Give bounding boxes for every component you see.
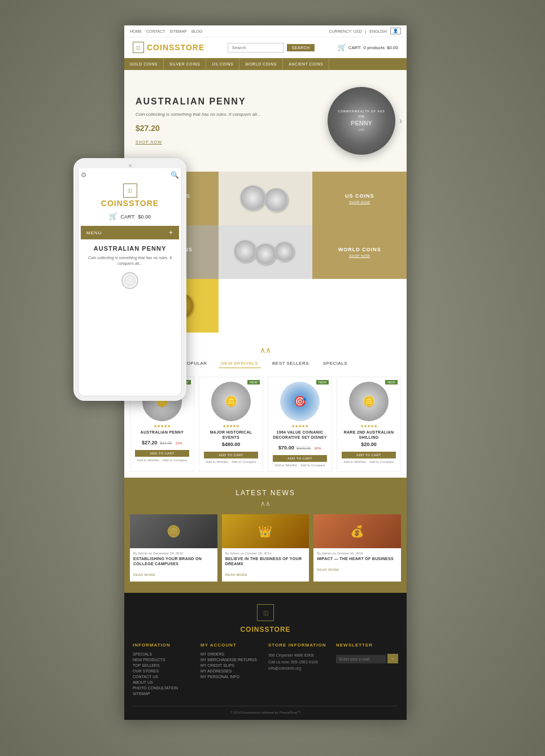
product-4-price: $20.00 — [342, 442, 396, 447]
news-3: 💰 By Admin on October 16, 2016 IMPACT — … — [313, 514, 401, 582]
news-divider: ∧∧ — [130, 500, 401, 508]
footer-link-personal-info[interactable]: MY PERSONAL INFO — [200, 675, 263, 679]
product-4-name: RARE 2ND AUSTRALIAN SHILLING — [342, 430, 396, 440]
footer-link-our-stores[interactable]: OUR STORES — [133, 669, 195, 673]
footer-col-newsletter: NEWSLETTER → — [336, 643, 398, 697]
nav-home[interactable]: HOME — [130, 29, 142, 33]
footer-link-specials[interactable]: SPECIALS — [133, 652, 195, 656]
nav-contact[interactable]: CONTACT — [146, 29, 165, 33]
cart-count: 0 products — [364, 45, 385, 50]
product-4-compare[interactable]: Add to Compare — [369, 460, 394, 464]
nav-gold-coins[interactable]: GOLD COINS — [124, 58, 164, 70]
footer-logo: ◫ COINSSTORE — [133, 604, 398, 634]
footer-my-account-title: MY ACCOUNT — [200, 643, 263, 648]
currency-selector[interactable]: CURRENCY: USD — [329, 29, 361, 33]
product-4: NEW 🪙 ★★★★★ RARE 2ND AUSTRALIAN SHILLING… — [337, 377, 401, 472]
news-section: LATEST NEWS ∧∧ 🪙 By Admin on December 18… — [124, 478, 407, 593]
hero-coin-image: COMMONWEALTH OF AUS ONE PENNY 1900 — [328, 87, 395, 155]
footer-link-new-products[interactable]: NEW PRODUCTS — [133, 658, 195, 662]
mobile-hero-title: AUSTRALIAN PENNY — [81, 245, 179, 252]
product-1-wishlist[interactable]: Add to Wishlist — [137, 458, 159, 462]
news-1-read-more[interactable]: READ MORE — [133, 573, 155, 576]
mobile-gear-icon[interactable]: ⚙ — [81, 171, 87, 179]
top-bar: HOME CONTACT SITEMAP BLOG CURRENCY: USD … — [124, 25, 407, 37]
product-3-wishlist[interactable]: Add to Wishlist — [274, 464, 297, 467]
footer: ◫ COINSSTORE INFORMATION SPECIALS NEW PR… — [124, 593, 407, 720]
copyright-text: © 2016 Ecommerce software by PrestaShop™ — [230, 711, 300, 714]
news-3-image: 💰 — [313, 514, 401, 548]
footer-link-my-orders[interactable]: MY ORDERS — [200, 652, 263, 656]
newsletter-input[interactable] — [336, 655, 386, 663]
footer-link-top-sellers[interactable]: TOP SELLERS — [133, 663, 195, 667]
nav-sitemap[interactable]: SITEMAP — [169, 29, 187, 33]
product-2-compare[interactable]: Add to Compare — [232, 460, 256, 464]
cat-us-shop[interactable]: SHOP NOW — [349, 200, 370, 204]
cat-silver-coins-img — [219, 172, 313, 225]
coin-text-arc: COMMONWEALTH OF AUS — [338, 110, 385, 113]
footer-link-addresses[interactable]: MY ADDRESSES — [200, 669, 263, 673]
footer-col-information: INFORMATION SPECIALS NEW PRODUCTS TOP SE… — [133, 643, 195, 697]
hero-description: Coin collecting is something that has no… — [136, 111, 328, 118]
cat-world-overlay[interactable]: WORLD COINS SHOP NOW — [312, 225, 407, 279]
news-grid: 🪙 By Admin on December 18, 2016 ESTABLIS… — [130, 514, 401, 582]
news-3-title: IMPACT — THE HEART OF BUSINESS — [317, 556, 398, 561]
mobile-menu-button[interactable]: MENU + — [81, 226, 179, 239]
mobile-logo-text: COINSSTORE — [81, 199, 179, 208]
hero-next-arrow[interactable]: › — [399, 116, 402, 126]
language-selector[interactable]: ENGLISH — [369, 29, 387, 33]
product-4-links: Add to Wishlist Add to Compare — [342, 460, 396, 464]
news-1-image: 🪙 — [130, 514, 217, 548]
search-button[interactable]: SEARCH — [287, 44, 314, 51]
tab-specials[interactable]: SPECIALS — [320, 359, 350, 368]
footer-link-sitemap[interactable]: SITEMAP — [133, 692, 195, 696]
tab-best-sellers[interactable]: BEST SELLERS — [269, 359, 312, 368]
product-3-name: 1964 VALUE COINANIC DECORATIVE SET DISNE… — [273, 430, 327, 440]
footer-store-email: info@coinsinfo.org — [268, 665, 330, 671]
product-3-compare[interactable]: Add to Compare — [300, 464, 325, 467]
footer-bottom: © 2016 Ecommerce software by PrestaShop™ — [133, 706, 398, 714]
product-3-links: Add to Wishlist Add to Compare — [273, 464, 327, 467]
news-2-read-more[interactable]: READ MORE — [225, 573, 247, 576]
cat-world-shop[interactable]: SHOP NOW — [349, 254, 370, 257]
product-4-add-to-cart[interactable]: ADD TO CART — [342, 452, 396, 458]
main-nav: GOLD COINS SILVER COINS US COINS WORLD C… — [124, 58, 407, 70]
logo[interactable]: ◫ COINSSTORE — [133, 42, 204, 53]
footer-link-contact-us[interactable]: CONTACT US — [133, 675, 195, 679]
news-3-read-more[interactable]: READ MORE — [317, 568, 339, 571]
product-2-links: Add to Wishlist Add to Compare — [204, 460, 258, 464]
product-2-add-to-cart[interactable]: ADD TO CART — [204, 452, 258, 458]
user-icon[interactable]: 👤 — [390, 28, 401, 34]
footer-columns: INFORMATION SPECIALS NEW PRODUCTS TOP SE… — [133, 643, 398, 697]
footer-link-credit-slips[interactable]: MY CREDIT SLIPS — [200, 663, 263, 667]
logo-text: COINSSTORE — [147, 43, 204, 52]
nav-silver-coins[interactable]: SILVER COINS — [164, 58, 207, 70]
nav-ancient-coins[interactable]: ANCIENT COINS — [283, 58, 329, 70]
news-1: 🪙 By Admin on December 18, 2016 ESTABLIS… — [130, 514, 217, 582]
cat-us-overlay[interactable]: US COINS SHOP NOW — [312, 172, 407, 225]
product-3-add-to-cart[interactable]: ADD TO CART — [273, 455, 327, 462]
nav-us-coins[interactable]: US COINS — [206, 58, 239, 70]
tab-new-arrivals[interactable]: NEW ARRIVALS — [219, 359, 261, 368]
newsletter-submit[interactable]: → — [387, 654, 398, 663]
product-1-compare[interactable]: Add to Compare — [163, 458, 188, 462]
footer-link-returns[interactable]: MY MERCHANDISE RETURNS — [200, 658, 263, 662]
footer-link-about-us[interactable]: ABOUT US — [133, 680, 195, 684]
search-input[interactable] — [228, 43, 284, 53]
product-3-image: 🎯 — [280, 382, 320, 421]
hero-shop-now[interactable]: SHOP NOW — [136, 140, 162, 144]
hero-title: AUSTRALIAN PENNY — [136, 97, 328, 107]
nav-world-coins[interactable]: WORLD COINS — [239, 58, 283, 70]
cart-area[interactable]: 🛒 CART: 0 products $0.00 — [338, 43, 398, 51]
search-area: SEARCH — [228, 43, 314, 53]
mobile-search-icon[interactable]: 🔍 — [171, 171, 179, 179]
product-1-name: AUSTRALIAN PENNY — [135, 430, 189, 435]
nav-blog[interactable]: BLOG — [191, 29, 202, 33]
product-1-discount: -15% — [175, 442, 182, 445]
product-4-wishlist[interactable]: Add to Wishlist — [343, 460, 366, 464]
product-2-wishlist[interactable]: Add to Wishlist — [206, 460, 228, 464]
footer-link-photo-consultation[interactable]: PHOTO CONSULTATION — [133, 686, 195, 690]
product-1-add-to-cart[interactable]: ADD TO CART — [135, 450, 189, 457]
mobile-home-button[interactable] — [121, 272, 138, 289]
cart-icon: 🛒 — [338, 43, 346, 51]
product-3-price: $70.00 — [278, 445, 294, 451]
